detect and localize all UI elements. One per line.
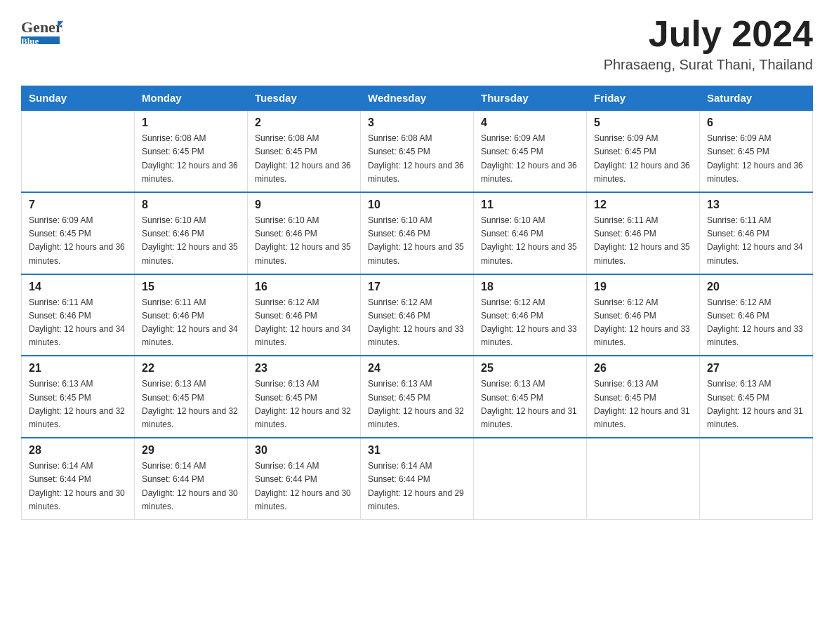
day-number: 6 (707, 116, 805, 129)
calendar-cell: 9Sunrise: 6:10 AMSunset: 6:46 PMDaylight… (248, 192, 361, 274)
calendar-cell: 18Sunrise: 6:12 AMSunset: 6:46 PMDayligh… (474, 274, 587, 356)
calendar-cell: 7Sunrise: 6:09 AMSunset: 6:45 PMDaylight… (22, 192, 135, 274)
day-sun-info: Sunrise: 6:11 AMSunset: 6:46 PMDaylight:… (29, 296, 127, 350)
day-sun-info: Sunrise: 6:14 AMSunset: 6:44 PMDaylight:… (142, 459, 240, 514)
day-sun-info: Sunrise: 6:11 AMSunset: 6:46 PMDaylight:… (594, 214, 692, 268)
day-number: 9 (255, 199, 353, 211)
day-number: 29 (142, 444, 240, 457)
day-sun-info: Sunrise: 6:09 AMSunset: 6:45 PMDaylight:… (707, 132, 805, 186)
day-number: 2 (255, 116, 353, 129)
calendar-cell: 23Sunrise: 6:13 AMSunset: 6:45 PMDayligh… (248, 356, 361, 438)
calendar-cell: 28Sunrise: 6:14 AMSunset: 6:44 PMDayligh… (22, 438, 135, 519)
calendar-cell (587, 438, 700, 519)
calendar-week-row: 14Sunrise: 6:11 AMSunset: 6:46 PMDayligh… (22, 274, 813, 356)
calendar-cell: 16Sunrise: 6:12 AMSunset: 6:46 PMDayligh… (248, 274, 361, 356)
calendar-week-row: 28Sunrise: 6:14 AMSunset: 6:44 PMDayligh… (22, 438, 813, 519)
calendar-cell: 3Sunrise: 6:08 AMSunset: 6:45 PMDaylight… (361, 110, 474, 192)
day-number: 12 (594, 199, 692, 211)
day-sun-info: Sunrise: 6:08 AMSunset: 6:45 PMDaylight:… (368, 132, 466, 186)
day-number: 20 (707, 281, 805, 293)
calendar-cell (700, 438, 813, 519)
calendar-cell: 1Sunrise: 6:08 AMSunset: 6:45 PMDaylight… (135, 110, 248, 192)
calendar-cell: 22Sunrise: 6:13 AMSunset: 6:45 PMDayligh… (135, 356, 248, 438)
day-number: 19 (594, 281, 692, 293)
day-number: 13 (707, 199, 805, 211)
day-number: 26 (594, 362, 692, 375)
day-number: 14 (29, 281, 127, 293)
svg-text:Blue: Blue (21, 36, 39, 46)
day-number: 10 (368, 199, 466, 211)
day-number: 31 (368, 444, 466, 457)
calendar-cell: 6Sunrise: 6:09 AMSunset: 6:45 PMDaylight… (700, 110, 813, 192)
calendar-week-row: 1Sunrise: 6:08 AMSunset: 6:45 PMDaylight… (22, 110, 813, 192)
calendar-cell: 25Sunrise: 6:13 AMSunset: 6:45 PMDayligh… (474, 356, 587, 438)
day-sun-info: Sunrise: 6:12 AMSunset: 6:46 PMDaylight:… (368, 296, 466, 350)
day-number: 25 (481, 362, 579, 375)
day-of-week-header: Friday (587, 86, 700, 111)
day-sun-info: Sunrise: 6:12 AMSunset: 6:46 PMDaylight:… (481, 296, 579, 350)
calendar-cell: 5Sunrise: 6:09 AMSunset: 6:45 PMDaylight… (587, 110, 700, 192)
calendar-cell: 8Sunrise: 6:10 AMSunset: 6:46 PMDaylight… (135, 192, 248, 274)
day-sun-info: Sunrise: 6:09 AMSunset: 6:45 PMDaylight:… (29, 214, 127, 268)
calendar-cell (22, 110, 135, 192)
calendar-cell: 26Sunrise: 6:13 AMSunset: 6:45 PMDayligh… (587, 356, 700, 438)
day-sun-info: Sunrise: 6:09 AMSunset: 6:45 PMDaylight:… (594, 132, 692, 186)
calendar-cell: 2Sunrise: 6:08 AMSunset: 6:45 PMDaylight… (248, 110, 361, 192)
day-number: 17 (368, 281, 466, 293)
day-sun-info: Sunrise: 6:13 AMSunset: 6:45 PMDaylight:… (707, 377, 805, 431)
day-number: 4 (481, 116, 579, 129)
calendar-cell: 15Sunrise: 6:11 AMSunset: 6:46 PMDayligh… (135, 274, 248, 356)
calendar-cell: 29Sunrise: 6:14 AMSunset: 6:44 PMDayligh… (135, 438, 248, 519)
logo-icon: General Blue (21, 14, 63, 53)
day-number: 28 (29, 444, 127, 457)
calendar-week-row: 7Sunrise: 6:09 AMSunset: 6:45 PMDaylight… (22, 192, 813, 274)
day-number: 7 (29, 199, 127, 211)
day-sun-info: Sunrise: 6:11 AMSunset: 6:46 PMDaylight:… (142, 296, 240, 350)
day-of-week-header: Wednesday (361, 86, 474, 111)
day-sun-info: Sunrise: 6:14 AMSunset: 6:44 PMDaylight:… (255, 459, 353, 514)
calendar-cell: 10Sunrise: 6:10 AMSunset: 6:46 PMDayligh… (361, 192, 474, 274)
day-sun-info: Sunrise: 6:13 AMSunset: 6:45 PMDaylight:… (29, 377, 127, 431)
day-of-week-header: Monday (135, 86, 248, 111)
calendar-cell: 27Sunrise: 6:13 AMSunset: 6:45 PMDayligh… (700, 356, 813, 438)
calendar-cell: 13Sunrise: 6:11 AMSunset: 6:46 PMDayligh… (700, 192, 813, 274)
calendar-cell: 30Sunrise: 6:14 AMSunset: 6:44 PMDayligh… (248, 438, 361, 519)
day-sun-info: Sunrise: 6:08 AMSunset: 6:45 PMDaylight:… (255, 132, 353, 186)
calendar-header-row: SundayMondayTuesdayWednesdayThursdayFrid… (22, 86, 813, 111)
calendar-cell: 31Sunrise: 6:14 AMSunset: 6:44 PMDayligh… (361, 438, 474, 519)
day-number: 23 (255, 362, 353, 375)
day-sun-info: Sunrise: 6:13 AMSunset: 6:45 PMDaylight:… (255, 377, 353, 431)
day-sun-info: Sunrise: 6:08 AMSunset: 6:45 PMDaylight:… (142, 132, 240, 186)
day-sun-info: Sunrise: 6:13 AMSunset: 6:45 PMDaylight:… (594, 377, 692, 431)
calendar-week-row: 21Sunrise: 6:13 AMSunset: 6:45 PMDayligh… (22, 356, 813, 438)
day-number: 3 (368, 116, 466, 129)
day-number: 24 (368, 362, 466, 375)
day-sun-info: Sunrise: 6:10 AMSunset: 6:46 PMDaylight:… (255, 214, 353, 268)
day-sun-info: Sunrise: 6:12 AMSunset: 6:46 PMDaylight:… (255, 296, 353, 350)
calendar-cell: 20Sunrise: 6:12 AMSunset: 6:46 PMDayligh… (700, 274, 813, 356)
calendar-cell: 12Sunrise: 6:11 AMSunset: 6:46 PMDayligh… (587, 192, 700, 274)
day-sun-info: Sunrise: 6:13 AMSunset: 6:45 PMDaylight:… (142, 377, 240, 431)
day-number: 1 (142, 116, 240, 129)
month-year-title: July 2024 (604, 14, 813, 54)
day-of-week-header: Tuesday (248, 86, 361, 111)
day-of-week-header: Sunday (22, 86, 135, 111)
calendar-cell: 24Sunrise: 6:13 AMSunset: 6:45 PMDayligh… (361, 356, 474, 438)
calendar-cell: 14Sunrise: 6:11 AMSunset: 6:46 PMDayligh… (22, 274, 135, 356)
day-number: 15 (142, 281, 240, 293)
location-subtitle: Phrasaeng, Surat Thani, Thailand (604, 57, 813, 73)
calendar-cell: 11Sunrise: 6:10 AMSunset: 6:46 PMDayligh… (474, 192, 587, 274)
day-number: 5 (594, 116, 692, 129)
day-sun-info: Sunrise: 6:10 AMSunset: 6:46 PMDaylight:… (368, 214, 466, 268)
day-number: 27 (707, 362, 805, 375)
calendar-cell: 4Sunrise: 6:09 AMSunset: 6:45 PMDaylight… (474, 110, 587, 192)
day-sun-info: Sunrise: 6:09 AMSunset: 6:45 PMDaylight:… (481, 132, 579, 186)
day-sun-info: Sunrise: 6:14 AMSunset: 6:44 PMDaylight:… (368, 459, 466, 514)
day-sun-info: Sunrise: 6:10 AMSunset: 6:46 PMDaylight:… (142, 214, 240, 268)
day-of-week-header: Saturday (700, 86, 813, 111)
title-area: July 2024 Phrasaeng, Surat Thani, Thaila… (604, 14, 813, 73)
day-number: 30 (255, 444, 353, 457)
day-sun-info: Sunrise: 6:13 AMSunset: 6:45 PMDaylight:… (368, 377, 466, 431)
day-of-week-header: Thursday (474, 86, 587, 111)
calendar-cell: 19Sunrise: 6:12 AMSunset: 6:46 PMDayligh… (587, 274, 700, 356)
